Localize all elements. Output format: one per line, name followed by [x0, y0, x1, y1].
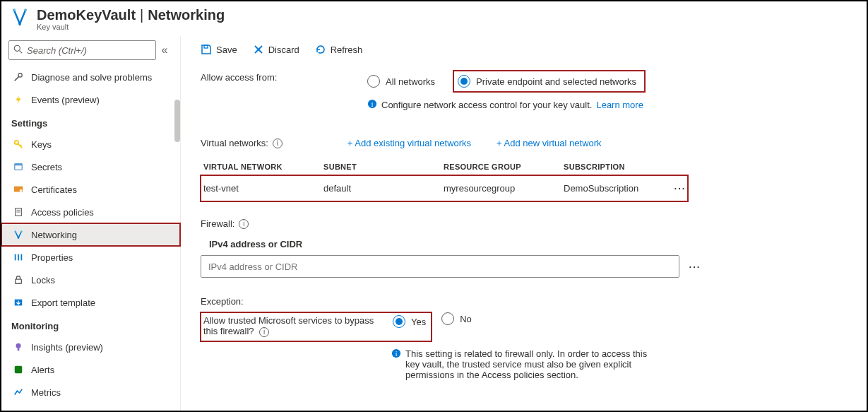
refresh-icon [315, 44, 326, 55]
alerts-icon [11, 365, 25, 375]
vnet-table-row[interactable]: test-vnet default myresourcegroup DemoSu… [201, 175, 688, 201]
svg-text:i: i [371, 100, 374, 108]
svg-point-15 [20, 230, 23, 233]
certificate-icon [11, 184, 25, 194]
main-content: Save Discard Refresh Allow access from: … [181, 36, 867, 411]
sidebar-collapse-button[interactable]: « [156, 44, 173, 57]
learn-more-link[interactable]: Learn more [596, 100, 643, 110]
discard-button[interactable]: Discard [253, 44, 299, 55]
sidebar-item-keys[interactable]: Keys [1, 133, 180, 155]
svg-rect-24 [15, 366, 23, 374]
svg-point-14 [14, 230, 16, 233]
sidebar-item-networking[interactable]: Networking [1, 223, 180, 246]
svg-point-3 [14, 45, 20, 51]
networking-icon [11, 230, 25, 240]
insights-icon [11, 342, 25, 352]
info-icon: i [391, 348, 401, 380]
col-sub: SUBSCRIPTION [564, 163, 670, 171]
svg-rect-20 [16, 279, 22, 283]
refresh-button[interactable]: Refresh [315, 44, 363, 55]
radio-exception-yes[interactable]: Yes [393, 315, 426, 328]
sidebar-section-monitoring: Monitoring [1, 314, 180, 336]
keyvault-icon [10, 7, 30, 27]
svg-text:i: i [396, 349, 398, 357]
sidebar-item-certificates[interactable]: Certificates [1, 178, 180, 201]
sidebar-item-diagnose[interactable]: Diagnose and solve problems [1, 66, 180, 88]
svg-rect-8 [15, 164, 23, 166]
policy-icon [11, 207, 25, 217]
metrics-icon [11, 387, 25, 397]
firewall-label: Firewall: i [201, 218, 847, 229]
sidebar-item-metrics[interactable]: Metrics [1, 381, 180, 404]
row-more-button[interactable]: ··· [670, 183, 691, 194]
exception-note-text: This setting is related to firewall only… [405, 348, 653, 380]
col-subnet: SUBNET [323, 163, 444, 171]
virtual-networks-label: Virtual networks: i [201, 138, 283, 148]
ipv4-input[interactable] [201, 255, 679, 278]
page-title: DemoKeyVault|Networking [37, 7, 225, 23]
discard-icon [253, 44, 264, 55]
wrench-icon [11, 72, 25, 82]
sidebar-item-insights[interactable]: Insights (preview) [1, 336, 180, 358]
access-hint: Configure network access control for you… [381, 100, 592, 110]
sidebar-item-properties[interactable]: Properties [1, 246, 180, 269]
save-icon [201, 44, 212, 55]
svg-point-1 [24, 8, 27, 11]
add-existing-vnet-link[interactable]: + Add existing virtual networks [347, 138, 471, 148]
col-rg: RESOURCE GROUP [444, 163, 564, 171]
ipv4-more-button[interactable]: ··· [686, 261, 703, 272]
export-icon [11, 298, 25, 307]
resource-type-label: Key vault [37, 23, 225, 31]
radio-all-networks[interactable]: All networks [367, 75, 435, 88]
info-icon: i [367, 99, 377, 111]
sidebar-item-secrets[interactable]: Secrets [1, 155, 180, 178]
lock-icon [11, 275, 25, 285]
svg-rect-25 [204, 45, 208, 48]
properties-icon [11, 252, 25, 262]
sidebar-item-access-policies[interactable]: Access policies [1, 201, 180, 223]
svg-point-0 [13, 8, 16, 11]
sidebar-section-settings: Settings [1, 111, 180, 133]
svg-point-2 [18, 23, 21, 25]
save-button[interactable]: Save [201, 44, 237, 55]
access-from-label: Allow access from: [201, 71, 367, 83]
svg-point-5 [18, 73, 22, 77]
search-icon [13, 45, 23, 56]
ipv4-heading: IPv4 address or CIDR [209, 239, 847, 249]
sidebar: Search (Ctrl+/) « Diagnose and solve pro… [1, 36, 181, 411]
svg-line-4 [20, 51, 23, 54]
sidebar-item-locks[interactable]: Locks [1, 269, 180, 291]
exception-question: Allow trusted Microsoft services to bypa… [203, 315, 386, 337]
col-vnet: VIRTUAL NETWORK [203, 163, 323, 171]
svg-point-10 [20, 189, 23, 192]
sidebar-search-input[interactable]: Search (Ctrl+/) [8, 40, 156, 60]
command-bar: Save Discard Refresh [201, 44, 847, 55]
svg-rect-23 [18, 348, 20, 351]
svg-point-16 [18, 237, 20, 239]
info-icon[interactable]: i [259, 327, 269, 337]
sidebar-item-events[interactable]: Events (preview) [1, 88, 180, 111]
key-icon [11, 139, 25, 149]
sidebar-item-alerts[interactable]: Alerts [1, 358, 180, 381]
info-icon[interactable]: i [239, 219, 249, 229]
info-icon[interactable]: i [273, 139, 283, 148]
blade-header: DemoKeyVault|Networking Key vault [1, 1, 867, 35]
sidebar-item-export-template[interactable]: Export template [1, 291, 180, 314]
secret-icon [11, 162, 25, 172]
add-new-vnet-link[interactable]: + Add new virtual network [497, 138, 602, 148]
exception-heading: Exception: [201, 296, 847, 307]
sidebar-scrollbar[interactable] [174, 100, 180, 142]
radio-private-endpoint[interactable]: Private endpoint and selected networks [453, 71, 645, 92]
vnet-table: VIRTUAL NETWORK SUBNET RESOURCE GROUP SU… [201, 158, 688, 201]
radio-exception-no[interactable]: No [441, 312, 472, 325]
bolt-icon [11, 95, 25, 105]
svg-point-22 [16, 343, 21, 348]
